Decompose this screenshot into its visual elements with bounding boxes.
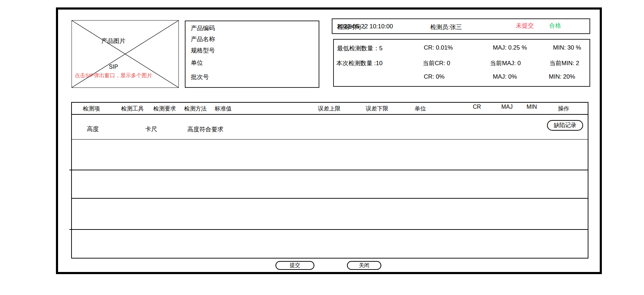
col-header-standard: 标准值 bbox=[215, 105, 232, 113]
col-header-unit: 单位 bbox=[415, 105, 426, 113]
col-header-lower-limit: 误差下限 bbox=[366, 105, 388, 113]
col-header-method: 检测方法 bbox=[184, 105, 207, 113]
stat-current-qty: 本次检测数量 :10 bbox=[336, 59, 382, 67]
stat-cr-rate: CR: 0% bbox=[424, 73, 445, 80]
row-divider bbox=[72, 139, 588, 140]
col-header-tool: 检测工具 bbox=[121, 105, 144, 113]
stat-maj-limit: MAJ: 0.25 % bbox=[493, 44, 527, 51]
row-divider bbox=[69, 170, 588, 170]
col-header-upper-limit: 误差上限 bbox=[318, 105, 341, 113]
stat-min-qty: 最低检测数量：5 bbox=[337, 44, 382, 52]
col-header-maj: MAJ bbox=[501, 104, 513, 110]
inspection-header-bar: 检测时间：2022-05-22 10:10:00 检测员:张三 未提交 合格 bbox=[332, 18, 590, 34]
col-header-cr: CR bbox=[473, 104, 481, 110]
close-button[interactable]: 关闭 bbox=[347, 261, 381, 270]
field-batch-number: 批次号 bbox=[191, 73, 209, 81]
col-header-item: 检测项 bbox=[83, 105, 100, 113]
row-divider bbox=[69, 229, 588, 230]
inspector-name: 检测员:张三 bbox=[430, 23, 462, 31]
cell-tool: 卡尺 bbox=[145, 125, 157, 133]
col-header-min: MIN bbox=[526, 104, 537, 110]
col-header-action: 操作 bbox=[558, 105, 569, 113]
inspection-time-value: 2022-05-22 10:10:00 bbox=[337, 23, 393, 30]
status-qualified-badge: 合格 bbox=[549, 22, 561, 30]
stat-current-maj: 当前MAJ: 0 bbox=[490, 59, 521, 67]
inspection-items-table: 检测项 检测工具 检测要求 检测方法 标准值 误差上限 误差下限 单位 CR M… bbox=[71, 102, 588, 259]
product-image-label: 产品图片 bbox=[60, 37, 167, 45]
stat-current-min: 当前MIN: 2 bbox=[549, 59, 579, 67]
table-header-row: 检测项 检测工具 检测要求 检测方法 标准值 误差上限 误差下限 单位 CR M… bbox=[72, 103, 588, 115]
product-image-placeholder[interactable]: 产品图片 SIP 点击SIP弹出窗口，显示多个图片 bbox=[72, 20, 179, 88]
status-unsubmitted-badge: 未提交 bbox=[516, 22, 534, 30]
col-header-requirement: 检测要求 bbox=[153, 105, 176, 113]
stat-maj-rate: MAJ: 0% bbox=[493, 73, 517, 80]
row-divider bbox=[72, 198, 588, 199]
field-product-name: 产品名称 bbox=[191, 35, 215, 43]
stat-min-rate: MIN: 20% bbox=[549, 73, 575, 80]
defect-record-button[interactable]: 缺陷记录 bbox=[547, 120, 583, 131]
stat-current-cr: 当前CR: 0 bbox=[423, 59, 450, 67]
inspection-stats-panel: 最低检测数量：5 CR: 0.01% MAJ: 0.25 % MIN: 30 %… bbox=[333, 39, 590, 87]
cell-requirement: 高度符合要求 bbox=[187, 125, 223, 134]
sip-link[interactable]: SIP bbox=[60, 64, 167, 70]
cell-item: 高度 bbox=[87, 125, 99, 133]
inspection-dialog: 产品图片 SIP 点击SIP弹出窗口，显示多个图片 产品编码 产品名称 规格型号… bbox=[0, 0, 644, 295]
stat-min-limit: MIN: 30 % bbox=[553, 44, 581, 51]
submit-button[interactable]: 提交 bbox=[275, 261, 314, 270]
field-spec-model: 规格型号 bbox=[191, 46, 215, 55]
sip-note: 点击SIP弹出窗口，显示多个图片 bbox=[60, 72, 167, 79]
product-info-panel: 产品编码 产品名称 规格型号 单位 批次号 bbox=[185, 21, 319, 88]
stat-cr-limit: CR: 0.01% bbox=[424, 44, 453, 51]
field-unit: 单位 bbox=[191, 59, 203, 67]
field-product-code: 产品编码 bbox=[191, 24, 215, 32]
